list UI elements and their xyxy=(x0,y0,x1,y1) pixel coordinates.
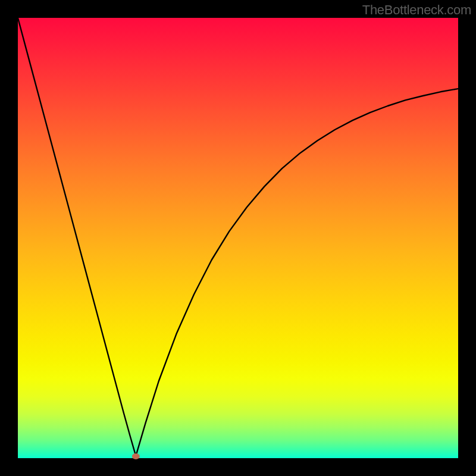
chart-frame: TheBottleneck.com xyxy=(0,0,476,476)
plot-area xyxy=(18,18,458,458)
watermark-text: TheBottleneck.com xyxy=(362,2,471,18)
curve-layer xyxy=(18,18,458,458)
bottleneck-curve xyxy=(18,18,458,456)
optimal-marker xyxy=(132,453,140,459)
